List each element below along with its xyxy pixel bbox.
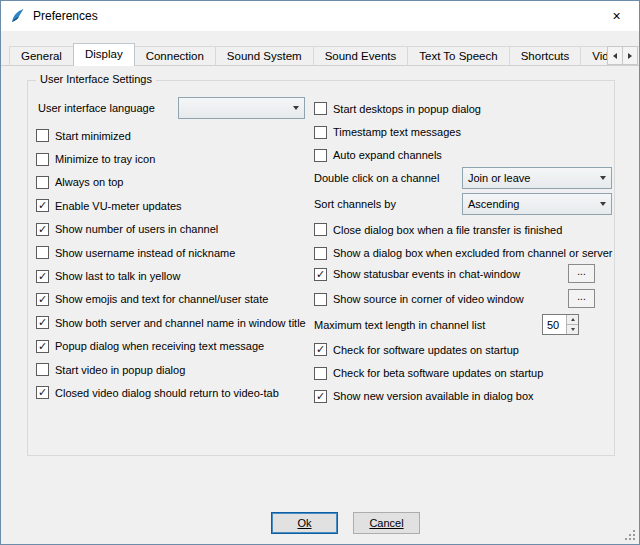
checkbox-box: ✓ [36,293,49,306]
double-click-combobox[interactable]: Join or leave [462,167,612,189]
checkbox-show-username[interactable]: Show username instead of nickname [36,241,312,264]
checkmark-icon: ✓ [38,387,47,398]
checkbox-server-channel-in-title[interactable]: ✓Show both server and channel name in wi… [36,311,312,334]
checkbox-label: Start video in popup dialog [55,364,185,376]
checkbox-auto-expand-channels[interactable]: Auto expand channels [314,144,616,167]
more-button-label: ... [577,267,585,277]
chevron-down-icon [594,194,611,214]
checkbox-desktops-popup[interactable]: Start desktops in popup dialog [314,97,616,120]
sort-channels-value: Ascending [463,198,594,210]
checkmark-icon: ✓ [316,390,325,401]
sort-channels-combobox[interactable]: Ascending [462,193,612,215]
checkbox-label: Show statusbar events in chat-window [333,268,520,280]
checkbox-label: Show emojis and text for channel/user st… [55,293,268,305]
checkbox-label: Close dialog box when a file transfer is… [333,224,562,236]
checkbox-box: ✓ [314,343,327,356]
max-text-length-row: Maximum text length in channel list 50 [314,314,616,335]
tab-sound-system[interactable]: Sound System [215,46,314,65]
close-icon: × [612,8,620,24]
cancel-button[interactable]: Cancel [353,512,420,534]
checkbox-box: ✓ [314,268,327,281]
statusbar-events-row: ✓Show statusbar events in chat-window ..… [314,264,616,284]
video-source-more-button[interactable]: ... [568,289,595,308]
resize-grip[interactable] [623,528,636,541]
more-button-label: ... [577,292,585,302]
language-combobox[interactable] [178,97,305,119]
checkbox-always-on-top[interactable]: Always on top [36,171,312,194]
right-checkbox-column-top: Start desktops in popup dialog Timestamp… [314,97,616,167]
checkbox-show-user-count[interactable]: ✓Show number of users in channel [36,218,312,241]
right-checkbox-column-bottom: ✓Check for software updates on startup C… [314,338,616,408]
checkbox-label: Show both server and channel name in win… [55,317,306,329]
checkbox-check-updates[interactable]: ✓Check for software updates on startup [314,338,616,361]
checkbox-label: Start minimized [55,130,131,142]
tab-sound-events[interactable]: Sound Events [313,46,409,65]
checkmark-icon: ✓ [38,293,47,304]
cancel-button-label: Cancel [369,517,403,529]
checkbox-label: Auto expand channels [333,149,442,161]
checkbox-close-on-transfer-finished[interactable]: Close dialog box when a file transfer is… [314,218,616,241]
tab-general[interactable]: General [9,46,74,65]
checkbox-box: ✓ [314,390,327,403]
checkbox-box: ✓ [36,386,49,399]
tab-text-to-speech[interactable]: Text To Speech [407,46,509,65]
spin-up-button[interactable] [567,315,578,324]
checkbox-box: ✓ [36,223,49,236]
titlebar[interactable]: Preferences × [1,1,639,31]
checkbox-label: Closed video dialog should return to vid… [55,387,279,399]
checkbox-box [314,149,327,162]
checkbox-label: Timestamp text messages [333,126,461,138]
tab-connection[interactable]: Connection [134,46,216,65]
checkbox-video-popup[interactable]: Start video in popup dialog [36,358,312,381]
statusbar-events-more-button[interactable]: ... [568,264,595,283]
checkbox-check-beta-updates[interactable]: Check for beta software updates on start… [314,361,616,384]
chevron-down-icon [594,168,611,188]
checkbox-box: ✓ [36,340,49,353]
checkbox-timestamp-messages[interactable]: Timestamp text messages [314,120,616,143]
language-label: User interface language [38,97,155,119]
checkbox-popup-text-message[interactable]: ✓Popup dialog when receiving text messag… [36,335,312,358]
close-button[interactable]: × [594,1,639,30]
ok-button[interactable]: Ok [271,512,338,534]
spin-down-button[interactable] [567,324,578,334]
max-text-length-spinner[interactable]: 50 [542,314,579,335]
checkmark-icon: ✓ [38,270,47,281]
checkbox-label: Enable VU-meter updates [55,200,182,212]
checkbox-box: ✓ [36,270,49,283]
tab-scroll-right-button[interactable] [622,46,638,65]
sort-channels-label: Sort channels by [314,193,396,215]
left-checkbox-column: Start minimized Minimize to tray icon Al… [36,124,312,405]
checkbox-minimize-to-tray[interactable]: Minimize to tray icon [36,147,312,170]
checkbox-new-version-dialog[interactable]: ✓Show new version available in dialog bo… [314,385,616,408]
checkbox-last-to-talk-yellow[interactable]: ✓Show last to talk in yellow [36,264,312,287]
checkbox-statusbar-events[interactable]: ✓Show statusbar events in chat-window [314,262,520,285]
checkmark-icon: ✓ [316,268,325,279]
app-icon [10,8,26,24]
arrow-right-icon [628,53,632,59]
checkbox-box [36,246,49,259]
right-checkbox-column-mid: Close dialog box when a file transfer is… [314,218,616,265]
checkbox-label: Show a dialog box when excluded from cha… [333,247,612,259]
checkbox-emoji-text-state[interactable]: ✓Show emojis and text for channel/user s… [36,288,312,311]
arrow-up-icon [571,318,575,321]
checkbox-start-minimized[interactable]: Start minimized [36,124,312,147]
checkbox-label: Show source in corner of video window [333,293,524,305]
checkbox-box [314,223,327,236]
checkbox-label: Popup dialog when receiving text message [55,340,264,352]
checkbox-video-source-corner[interactable]: Show source in corner of video window [314,287,524,310]
checkbox-video-return-tab[interactable]: ✓Closed video dialog should return to vi… [36,381,312,404]
checkbox-label: Start desktops in popup dialog [333,103,481,115]
tab-scroll-left-button[interactable] [607,46,623,65]
window-title: Preferences [33,9,98,23]
checkbox-vu-meter-updates[interactable]: ✓Enable VU-meter updates [36,194,312,217]
checkbox-box [36,176,49,189]
checkbox-box [314,293,327,306]
checkbox-box [314,102,327,115]
spinner-value[interactable]: 50 [543,315,566,334]
checkbox-box [314,247,327,260]
tab-display[interactable]: Display [73,43,135,66]
checkbox-dialog-when-excluded[interactable]: Show a dialog box when excluded from cha… [314,241,616,264]
checkmark-icon: ✓ [38,317,47,328]
ui-settings-group: User Interface Settings User interface l… [27,80,615,456]
tab-shortcuts[interactable]: Shortcuts [509,46,582,65]
